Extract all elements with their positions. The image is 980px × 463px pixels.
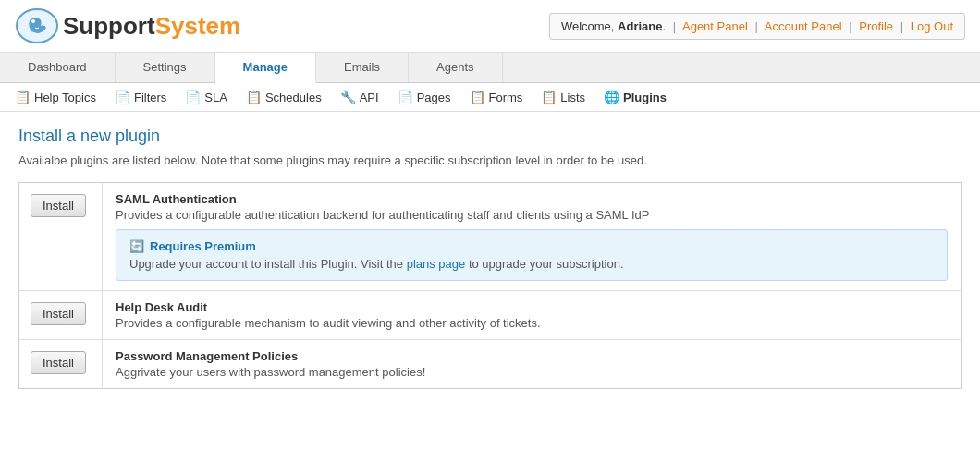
subnav-forms[interactable]: 📋 Forms <box>462 87 531 107</box>
subnav-help-topics-label: Help Topics <box>34 91 96 104</box>
subnav-sla[interactable]: 📄 SLA <box>178 87 235 107</box>
subnav-forms-label: Forms <box>489 91 523 104</box>
nav-agents[interactable]: Agents <box>409 53 502 82</box>
subnav-api[interactable]: 🔧 API <box>333 87 386 107</box>
lists-icon: 📋 <box>541 90 557 104</box>
welcome-user: Adriane <box>618 19 662 33</box>
schedules-icon: 📋 <box>246 90 262 104</box>
plugin-btn-cell-audit: Install <box>19 291 103 340</box>
plugin-desc-saml: Provides a configurable authentication b… <box>116 208 948 222</box>
subnav-help-topics[interactable]: 📋 Help Topics <box>7 87 104 107</box>
plugin-desc-password: Aggrivate your users with password manag… <box>116 365 948 379</box>
nav-manage[interactable]: Manage <box>215 53 316 83</box>
plugin-row-saml: Install SAML Authentication Provides a c… <box>19 183 962 291</box>
subnav-plugins-label: Plugins <box>623 91 667 104</box>
pages-icon: 📄 <box>398 90 413 104</box>
nav-settings[interactable]: Settings <box>116 53 215 82</box>
premium-msg-start: Upgrade your account to install this Plu… <box>129 257 407 271</box>
nav-sep-1: | <box>673 19 676 33</box>
plugins-icon: 🌐 <box>604 90 619 104</box>
svg-point-1 <box>31 19 35 23</box>
premium-box-saml: 🔄 Requires Premium Upgrade your account … <box>116 229 948 281</box>
main-nav: Dashboard Settings Manage Emails Agents <box>0 53 980 83</box>
plugin-btn-cell-password: Install <box>19 340 103 389</box>
welcome-bar: Welcome, Adriane. | Agent Panel | Accoun… <box>549 13 965 40</box>
plugin-table: Install SAML Authentication Provides a c… <box>18 182 962 389</box>
account-panel-link[interactable]: Account Panel <box>765 19 842 33</box>
logo-system-text: System <box>155 12 241 40</box>
premium-title: 🔄 Requires Premium <box>129 239 934 253</box>
filters-icon: 📄 <box>115 90 130 104</box>
api-icon: 🔧 <box>340 90 356 104</box>
subnav-schedules-label: Schedules <box>265 91 322 104</box>
sla-icon: 📄 <box>185 90 201 104</box>
nav-sep-3: | <box>849 19 851 33</box>
agent-panel-link[interactable]: Agent Panel <box>682 19 748 33</box>
subnav-plugins[interactable]: 🌐 Plugins <box>596 87 674 107</box>
plugin-name-saml: SAML Authentication <box>116 192 948 206</box>
install-audit-button[interactable]: Install <box>31 302 86 325</box>
plugin-row-audit: Install Help Desk Audit Provides a confi… <box>19 291 962 340</box>
subnav-sla-label: SLA <box>204 91 227 104</box>
plugin-btn-cell-saml: Install <box>19 183 103 291</box>
logo-kangaroo-icon <box>15 7 59 44</box>
logo: SupportSystem <box>15 7 240 44</box>
nav-sep-4: | <box>900 19 903 33</box>
nav-sep-2: | <box>754 19 757 33</box>
plugin-desc-audit: Provides a configurable mechanism to aud… <box>116 316 948 330</box>
subnav-pages[interactable]: 📄 Pages <box>390 87 459 107</box>
plugin-name-password: Password Management Policies <box>116 349 948 363</box>
profile-link[interactable]: Profile <box>859 19 893 33</box>
nav-emails[interactable]: Emails <box>316 53 409 82</box>
premium-icon: 🔄 <box>129 239 144 253</box>
header: SupportSystem Welcome, Adriane. | Agent … <box>0 0 980 53</box>
subnav-filters-label: Filters <box>134 91 166 104</box>
logo-support-text: Support <box>63 12 155 40</box>
plugin-info-cell-password: Password Management Policies Aggrivate y… <box>103 340 962 389</box>
welcome-text: Welcome, <box>561 19 618 33</box>
premium-text: Upgrade your account to install this Plu… <box>129 257 934 271</box>
nav-dashboard[interactable]: Dashboard <box>0 53 116 82</box>
forms-icon: 📋 <box>470 90 485 104</box>
plugin-info-cell-saml: SAML Authentication Provides a configura… <box>103 183 962 291</box>
help-topics-icon: 📋 <box>15 90 31 104</box>
subnav-filters[interactable]: 📄 Filters <box>107 87 174 107</box>
premium-msg-end: to upgrade your subscription. <box>465 257 623 271</box>
plans-page-link[interactable]: plans page <box>407 257 466 271</box>
plugin-row-password: Install Password Management Policies Agg… <box>19 340 962 389</box>
subnav-lists[interactable]: 📋 Lists <box>533 87 593 107</box>
premium-label: Requires Premium <box>150 239 256 253</box>
install-saml-button[interactable]: Install <box>31 194 86 217</box>
logout-link[interactable]: Log Out <box>911 19 953 33</box>
plugin-name-audit: Help Desk Audit <box>116 300 948 314</box>
sub-nav: 📋 Help Topics 📄 Filters 📄 SLA 📋 Schedule… <box>0 83 980 112</box>
logo-text: SupportSystem <box>63 12 240 41</box>
content-area: Install a new plugin Availalbe plugins a… <box>0 112 980 404</box>
subnav-api-label: API <box>360 91 379 104</box>
page-title: Install a new plugin <box>18 127 962 146</box>
plugin-info-cell-audit: Help Desk Audit Provides a configurable … <box>103 291 962 340</box>
subnav-pages-label: Pages <box>417 91 451 104</box>
subnav-schedules[interactable]: 📋 Schedules <box>239 87 329 107</box>
subnav-lists-label: Lists <box>560 91 585 104</box>
page-description: Availalbe plugins are listed below. Note… <box>18 153 962 167</box>
install-password-button[interactable]: Install <box>31 351 86 374</box>
